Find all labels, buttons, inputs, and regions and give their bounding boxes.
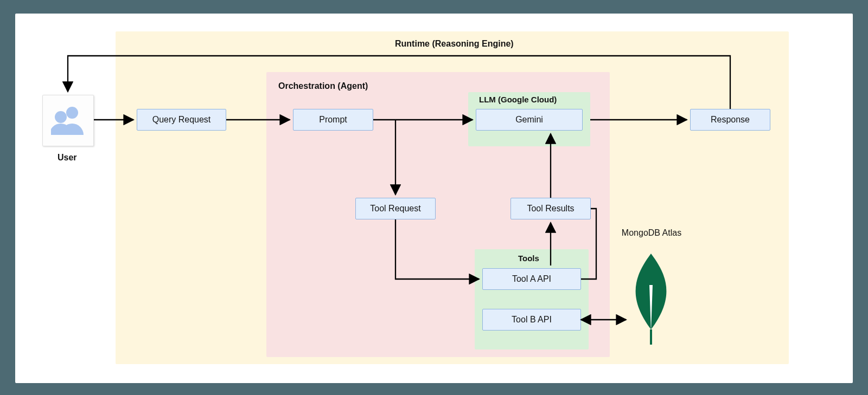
diagram-stage: Runtime (Reasoning Engine) Orchestration…: [15, 14, 853, 383]
arrows-layer: [15, 14, 853, 383]
arrow-toola-to-toolresults: [581, 209, 596, 279]
diagram-card: Runtime (Reasoning Engine) Orchestration…: [15, 14, 853, 383]
arrow-toolrequest-to-toola: [395, 219, 479, 279]
arrow-response-to-user: [68, 56, 730, 109]
